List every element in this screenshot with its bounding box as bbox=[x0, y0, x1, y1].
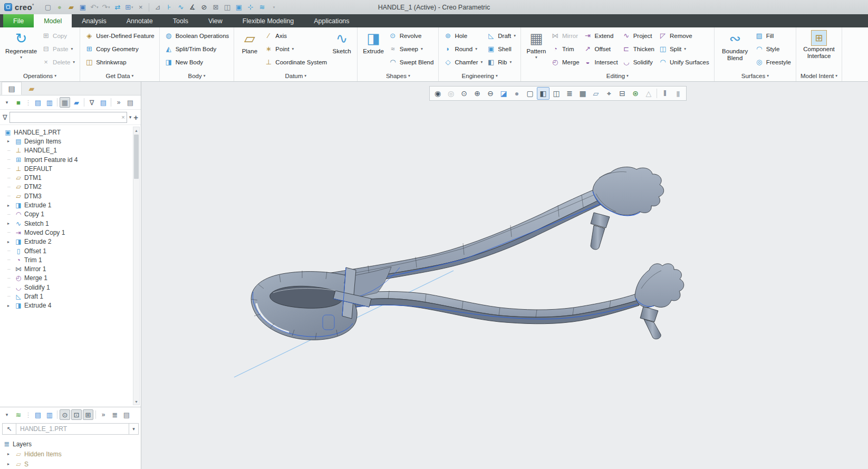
undo-icon[interactable]: ↶▾ bbox=[89, 2, 100, 13]
angle-icon[interactable]: ∡ bbox=[187, 2, 198, 13]
view-manager-icon[interactable]: ▦ bbox=[576, 87, 589, 100]
collapse-all-icon[interactable]: ▥ bbox=[44, 97, 55, 108]
diameter-icon[interactable]: ⊘ bbox=[198, 2, 209, 13]
select-box-icon[interactable]: ◫ bbox=[221, 2, 233, 13]
zoom-out-icon[interactable]: ⊖ bbox=[484, 87, 497, 100]
tree-item[interactable]: ─⇥Moved Copy 1 bbox=[0, 228, 141, 237]
dimension-icon[interactable]: ⊦ bbox=[163, 2, 175, 13]
layers-root-item[interactable]: ≣Layers bbox=[2, 439, 141, 449]
chevron-down-icon[interactable]: ▾ bbox=[20, 55, 22, 60]
datum-filters-icon[interactable]: ⌖ bbox=[603, 87, 615, 100]
tab-flexible-modeling[interactable]: Flexible Modeling bbox=[233, 14, 304, 27]
spin-center-icon[interactable]: ⊛ bbox=[629, 87, 642, 100]
expand-all-icon[interactable]: ▤ bbox=[33, 97, 43, 108]
tree-item[interactable]: ─⊥DEFAULT bbox=[0, 164, 141, 173]
settings-folder-icon[interactable]: ▰ bbox=[71, 97, 82, 108]
solidify-button[interactable]: ◡Solidify bbox=[620, 55, 657, 69]
open-folder-icon[interactable]: ▰ bbox=[65, 2, 76, 13]
plane-button[interactable]: ▱ Plane bbox=[237, 29, 262, 55]
user-defined-feature-button[interactable]: ◈User-Defined Feature bbox=[83, 29, 157, 42]
windows-icon[interactable]: ⊞▾ bbox=[123, 2, 134, 13]
tree-item[interactable]: ─▱DTM3 bbox=[0, 192, 141, 200]
expand-arrow-icon[interactable]: ▸ bbox=[7, 221, 14, 226]
remove-button[interactable]: ◸Remove bbox=[657, 29, 711, 42]
rib-button[interactable]: ◧Rib▾ bbox=[485, 55, 518, 69]
chevron-down-icon[interactable]: ▾ bbox=[514, 33, 516, 38]
pattern-button[interactable]: ▦ Pattern ▾ bbox=[524, 29, 549, 60]
group-label-surfaces[interactable]: Surfaces▾ bbox=[715, 70, 796, 81]
thicken-button[interactable]: ⊏Thicken bbox=[620, 42, 657, 55]
boolean-operations-button[interactable]: ◍Boolean Operations bbox=[162, 29, 232, 42]
material-sphere-icon[interactable]: ● bbox=[54, 2, 65, 13]
tree-scrollbar[interactable]: ▲ ▼ bbox=[133, 127, 140, 405]
scrollbar-thumb[interactable] bbox=[134, 135, 139, 179]
hole-button[interactable]: ⊚Hole bbox=[441, 29, 485, 42]
sketch-button[interactable]: ∿ Sketch bbox=[329, 29, 354, 55]
chevron-down-icon[interactable]: ▾ bbox=[129, 423, 139, 435]
tab-annotate[interactable]: Annotate bbox=[117, 14, 163, 27]
expand-arrow-icon[interactable]: ▸ bbox=[7, 462, 14, 466]
split-trim-body-button[interactable]: ◭Split/Trim Body bbox=[162, 42, 232, 55]
shell-button[interactable]: ▣Shell bbox=[485, 42, 518, 55]
regenerate-button[interactable]: ↻ Regenerate ▾ bbox=[3, 29, 40, 60]
tree-item[interactable]: ─▱DTM1 bbox=[0, 173, 141, 182]
expand-arrow-icon[interactable]: ▸ bbox=[7, 452, 14, 456]
chevron-down-icon[interactable]: ▾ bbox=[131, 5, 133, 9]
add-filter-button[interactable]: + bbox=[133, 113, 138, 122]
tree-item[interactable]: ▸◨Extrude 4 bbox=[0, 301, 141, 310]
group-label-engineering[interactable]: Engineering▾ bbox=[439, 70, 520, 81]
graphics-viewport[interactable]: ◉ ◎ ⊙ ⊕ ⊖ ◪ ● ▢ ◧ ◫ ≣ ▦ ▱ ⌖ ⊟ ⊛ △ ‖ ▮ bbox=[141, 82, 868, 469]
chevron-down-icon[interactable]: ▾ bbox=[273, 5, 275, 9]
clear-search-icon[interactable]: × bbox=[121, 114, 124, 120]
component-interface-button[interactable]: ⊞ Component Interface bbox=[799, 29, 839, 60]
project-button[interactable]: ∿Project bbox=[620, 29, 657, 42]
notes-icon[interactable]: ▤ bbox=[121, 409, 132, 420]
tab-file[interactable]: File bbox=[3, 14, 34, 27]
boundary-blend-button[interactable]: ∾ Boundary Blend bbox=[717, 29, 753, 62]
layers-report-icon[interactable]: ≣ bbox=[110, 409, 120, 420]
zoom-region-icon[interactable]: ⊙ bbox=[458, 87, 470, 100]
expand-arrow-icon[interactable]: ▸ bbox=[7, 139, 14, 143]
chamfer-button[interactable]: ◇Chamfer▾ bbox=[441, 55, 485, 69]
measure-icon[interactable]: ⊿ bbox=[152, 2, 163, 13]
swept-blend-button[interactable]: ◠Swept Blend bbox=[387, 55, 436, 69]
datum-display-icon[interactable]: ▱ bbox=[590, 87, 602, 100]
offset-button[interactable]: ↗Offset bbox=[582, 42, 620, 55]
group-label-model-intent[interactable]: Model Intent▾ bbox=[796, 70, 842, 81]
sweep-button[interactable]: ≈Sweep▾ bbox=[387, 42, 436, 55]
tree-item[interactable]: ▸◨Extrude 2 bbox=[0, 237, 141, 246]
expand-all-icon[interactable]: ▤ bbox=[33, 409, 43, 420]
tab-view[interactable]: View bbox=[198, 14, 233, 27]
expand-arrow-icon[interactable]: ▸ bbox=[7, 240, 14, 244]
tab-tools[interactable]: Tools bbox=[163, 14, 198, 27]
group-label-shapes[interactable]: Shapes▾ bbox=[358, 70, 438, 81]
tree-item[interactable]: ─◺Draft 1 bbox=[0, 292, 141, 301]
new-file-icon[interactable]: ▢ bbox=[42, 2, 53, 13]
chevron-down-icon[interactable]: ▾ bbox=[421, 46, 423, 51]
group-label-body[interactable]: Body▾ bbox=[160, 70, 234, 81]
extend-button[interactable]: ⇥Extend bbox=[582, 29, 620, 42]
3d-model-canvas[interactable] bbox=[141, 82, 867, 469]
group-label-datum[interactable]: Datum▾ bbox=[234, 70, 357, 81]
layer-model-field[interactable]: HANDLE_1.PRT bbox=[16, 423, 129, 435]
unify-surfaces-button[interactable]: ◠Unify Surfaces bbox=[657, 55, 711, 69]
tree-item[interactable]: ─◠Copy 1 bbox=[0, 210, 141, 219]
new-body-button[interactable]: ◨New Body bbox=[162, 55, 232, 69]
tree-item[interactable]: ▸◨Extrude 1 bbox=[0, 200, 141, 209]
chevron-down-icon[interactable]: ▾ bbox=[480, 60, 483, 64]
filter-columns-icon[interactable]: ∇ bbox=[86, 97, 97, 108]
expand-arrow-icon[interactable]: ▸ bbox=[7, 203, 14, 208]
tree-item-root[interactable]: ▣HANDLE_1.PRT bbox=[0, 128, 141, 137]
intersect-button[interactable]: ◒Intersect bbox=[582, 55, 620, 69]
zoom-in-icon[interactable]: ⊕ bbox=[471, 87, 484, 100]
trim-button[interactable]: ◔Trim bbox=[549, 42, 582, 55]
chevron-down-icon[interactable]: ▾ bbox=[684, 46, 686, 51]
select-cursor-icon[interactable]: ↖ bbox=[2, 423, 16, 435]
layers-stack-icon[interactable]: ≋ bbox=[13, 409, 24, 420]
revolve-button[interactable]: ⊙Revolve bbox=[387, 29, 436, 42]
tab-model[interactable]: Model bbox=[34, 14, 72, 27]
folder-browser-tab[interactable]: ▰ bbox=[22, 82, 42, 95]
style-button[interactable]: ◠Style bbox=[753, 42, 793, 55]
tree-item[interactable]: ─⊥HANDLE_1 bbox=[0, 146, 141, 155]
scroll-down-icon[interactable]: ▼ bbox=[134, 398, 138, 405]
